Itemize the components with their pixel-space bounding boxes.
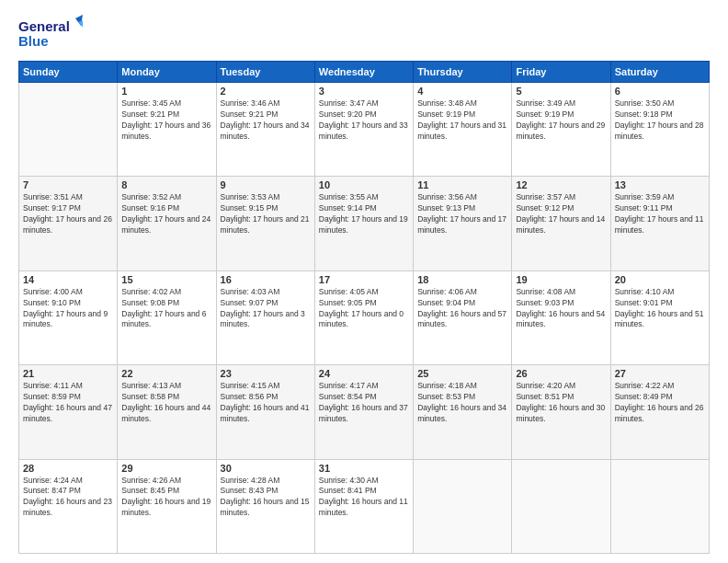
logo: General Blue xyxy=(18,15,83,53)
day-info: Sunrise: 4:05 AMSunset: 9:05 PMDaylight:… xyxy=(319,287,409,331)
calendar-cell xyxy=(19,83,118,177)
day-number: 18 xyxy=(417,274,507,285)
calendar-cell: 3Sunrise: 3:47 AMSunset: 9:20 PMDaylight… xyxy=(314,83,413,177)
calendar-cell: 16Sunrise: 4:03 AMSunset: 9:07 PMDayligh… xyxy=(216,270,314,364)
day-number: 31 xyxy=(319,463,409,474)
day-number: 23 xyxy=(221,368,311,379)
calendar-cell xyxy=(610,459,709,553)
calendar-cell: 13Sunrise: 3:59 AMSunset: 9:11 PMDayligh… xyxy=(610,177,709,270)
day-number: 24 xyxy=(319,368,409,379)
calendar-cell: 27Sunrise: 4:22 AMSunset: 8:49 PMDayligh… xyxy=(610,365,709,459)
calendar-cell: 15Sunrise: 4:02 AMSunset: 9:08 PMDayligh… xyxy=(118,270,216,364)
calendar-cell: 1Sunrise: 3:45 AMSunset: 9:21 PMDaylight… xyxy=(118,83,216,177)
calendar-cell: 9Sunrise: 3:53 AMSunset: 9:15 PMDaylight… xyxy=(216,177,314,270)
logo-svg: General Blue xyxy=(18,15,83,53)
day-info: Sunrise: 4:00 AMSunset: 9:10 PMDaylight:… xyxy=(23,287,113,331)
day-info: Sunrise: 3:47 AMSunset: 9:20 PMDaylight:… xyxy=(319,98,409,143)
calendar-cell: 21Sunrise: 4:11 AMSunset: 8:59 PMDayligh… xyxy=(19,365,118,459)
day-number: 7 xyxy=(23,179,113,190)
calendar-cell: 5Sunrise: 3:49 AMSunset: 9:19 PMDaylight… xyxy=(512,83,610,177)
calendar-cell: 26Sunrise: 4:20 AMSunset: 8:51 PMDayligh… xyxy=(512,365,610,459)
day-number: 11 xyxy=(417,179,507,190)
day-info: Sunrise: 3:46 AMSunset: 9:21 PMDaylight:… xyxy=(221,98,311,143)
calendar-cell: 24Sunrise: 4:17 AMSunset: 8:54 PMDayligh… xyxy=(314,365,413,459)
day-number: 25 xyxy=(417,368,507,379)
day-info: Sunrise: 4:20 AMSunset: 8:51 PMDaylight:… xyxy=(516,381,606,425)
weekday-header-thursday: Thursday xyxy=(414,62,512,83)
day-info: Sunrise: 4:22 AMSunset: 8:49 PMDaylight:… xyxy=(615,381,705,425)
day-number: 26 xyxy=(516,368,606,379)
calendar-cell: 25Sunrise: 4:18 AMSunset: 8:53 PMDayligh… xyxy=(414,365,512,459)
calendar-cell: 12Sunrise: 3:57 AMSunset: 9:12 PMDayligh… xyxy=(512,177,610,270)
week-row-4: 28Sunrise: 4:24 AMSunset: 8:47 PMDayligh… xyxy=(19,459,710,553)
weekday-header-row: SundayMondayTuesdayWednesdayThursdayFrid… xyxy=(19,62,710,83)
calendar-cell: 23Sunrise: 4:15 AMSunset: 8:56 PMDayligh… xyxy=(216,365,314,459)
calendar-cell: 4Sunrise: 3:48 AMSunset: 9:19 PMDaylight… xyxy=(414,83,512,177)
day-info: Sunrise: 4:30 AMSunset: 8:41 PMDaylight:… xyxy=(319,476,409,520)
day-number: 21 xyxy=(23,368,113,379)
day-info: Sunrise: 4:13 AMSunset: 8:58 PMDaylight:… xyxy=(121,381,211,425)
day-info: Sunrise: 3:48 AMSunset: 9:19 PMDaylight:… xyxy=(417,98,507,143)
calendar-table: SundayMondayTuesdayWednesdayThursdayFrid… xyxy=(18,61,710,554)
header: General Blue xyxy=(18,15,710,53)
day-info: Sunrise: 3:57 AMSunset: 9:12 PMDaylight:… xyxy=(516,192,606,236)
day-info: Sunrise: 3:55 AMSunset: 9:14 PMDaylight:… xyxy=(319,192,409,236)
day-info: Sunrise: 4:06 AMSunset: 9:04 PMDaylight:… xyxy=(417,287,507,331)
day-info: Sunrise: 4:11 AMSunset: 8:59 PMDaylight:… xyxy=(23,381,113,425)
day-info: Sunrise: 3:59 AMSunset: 9:11 PMDaylight:… xyxy=(615,192,705,236)
day-number: 8 xyxy=(121,179,211,190)
calendar-cell: 11Sunrise: 3:56 AMSunset: 9:13 PMDayligh… xyxy=(414,177,512,270)
day-number: 30 xyxy=(221,463,311,474)
week-row-1: 7Sunrise: 3:51 AMSunset: 9:17 PMDaylight… xyxy=(19,177,710,270)
day-number: 9 xyxy=(221,179,311,190)
day-info: Sunrise: 4:26 AMSunset: 8:45 PMDaylight:… xyxy=(121,476,211,520)
day-number: 28 xyxy=(23,463,113,474)
week-row-2: 14Sunrise: 4:00 AMSunset: 9:10 PMDayligh… xyxy=(19,270,710,364)
week-row-0: 1Sunrise: 3:45 AMSunset: 9:21 PMDaylight… xyxy=(19,83,710,177)
calendar-cell: 8Sunrise: 3:52 AMSunset: 9:16 PMDaylight… xyxy=(118,177,216,270)
calendar-cell xyxy=(512,459,610,553)
day-number: 12 xyxy=(516,179,606,190)
day-number: 27 xyxy=(615,368,705,379)
calendar-cell: 28Sunrise: 4:24 AMSunset: 8:47 PMDayligh… xyxy=(19,459,118,553)
day-number: 15 xyxy=(121,274,211,285)
calendar-cell: 2Sunrise: 3:46 AMSunset: 9:21 PMDaylight… xyxy=(216,83,314,177)
weekday-header-monday: Monday xyxy=(118,62,216,83)
day-info: Sunrise: 3:52 AMSunset: 9:16 PMDaylight:… xyxy=(121,192,211,236)
day-info: Sunrise: 4:24 AMSunset: 8:47 PMDaylight:… xyxy=(23,476,113,520)
day-number: 13 xyxy=(615,179,705,190)
week-row-3: 21Sunrise: 4:11 AMSunset: 8:59 PMDayligh… xyxy=(19,365,710,459)
day-number: 29 xyxy=(121,463,211,474)
day-info: Sunrise: 4:18 AMSunset: 8:53 PMDaylight:… xyxy=(417,381,507,425)
calendar-cell: 19Sunrise: 4:08 AMSunset: 9:03 PMDayligh… xyxy=(512,270,610,364)
day-number: 10 xyxy=(319,179,409,190)
day-number: 17 xyxy=(319,274,409,285)
calendar-cell: 22Sunrise: 4:13 AMSunset: 8:58 PMDayligh… xyxy=(118,365,216,459)
day-info: Sunrise: 4:03 AMSunset: 9:07 PMDaylight:… xyxy=(221,287,311,331)
calendar-cell: 31Sunrise: 4:30 AMSunset: 8:41 PMDayligh… xyxy=(314,459,413,553)
weekday-header-wednesday: Wednesday xyxy=(314,62,413,83)
day-info: Sunrise: 4:02 AMSunset: 9:08 PMDaylight:… xyxy=(121,287,211,331)
day-info: Sunrise: 3:45 AMSunset: 9:21 PMDaylight:… xyxy=(121,98,211,143)
calendar-cell: 10Sunrise: 3:55 AMSunset: 9:14 PMDayligh… xyxy=(314,177,413,270)
day-info: Sunrise: 4:10 AMSunset: 9:01 PMDaylight:… xyxy=(615,287,705,331)
day-info: Sunrise: 3:51 AMSunset: 9:17 PMDaylight:… xyxy=(23,192,113,236)
calendar-cell: 20Sunrise: 4:10 AMSunset: 9:01 PMDayligh… xyxy=(610,270,709,364)
day-number: 6 xyxy=(615,86,705,97)
calendar-cell: 17Sunrise: 4:05 AMSunset: 9:05 PMDayligh… xyxy=(314,270,413,364)
day-number: 20 xyxy=(615,274,705,285)
day-number: 14 xyxy=(23,274,113,285)
calendar-cell xyxy=(414,459,512,553)
calendar-page: General Blue SundayMondayTuesdayWednesda… xyxy=(0,0,728,563)
weekday-header-saturday: Saturday xyxy=(610,62,709,83)
day-info: Sunrise: 3:56 AMSunset: 9:13 PMDaylight:… xyxy=(417,192,507,236)
day-number: 3 xyxy=(319,86,409,97)
weekday-header-friday: Friday xyxy=(512,62,610,83)
weekday-header-tuesday: Tuesday xyxy=(216,62,314,83)
day-number: 1 xyxy=(121,86,211,97)
day-info: Sunrise: 4:17 AMSunset: 8:54 PMDaylight:… xyxy=(319,381,409,425)
svg-text:Blue: Blue xyxy=(18,33,49,49)
day-info: Sunrise: 3:50 AMSunset: 9:18 PMDaylight:… xyxy=(615,98,705,143)
day-number: 2 xyxy=(221,86,311,97)
day-info: Sunrise: 3:53 AMSunset: 9:15 PMDaylight:… xyxy=(221,192,311,236)
